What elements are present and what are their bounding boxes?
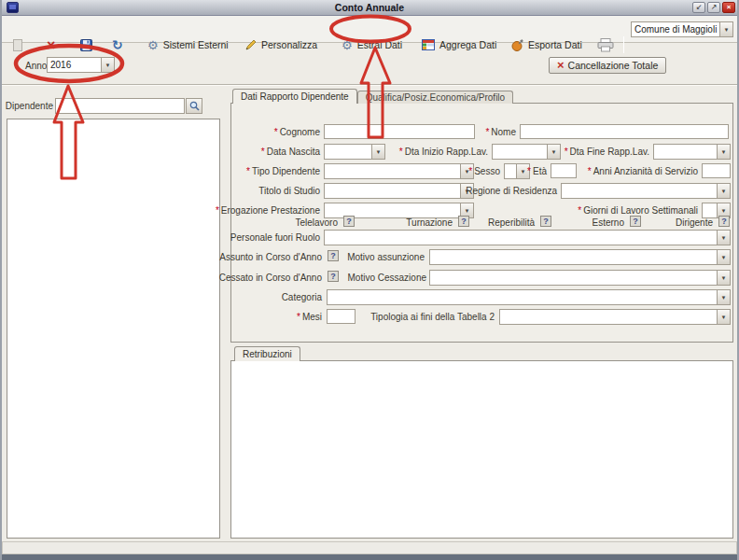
anno-select[interactable]: 2016 ▼ <box>47 57 115 73</box>
chevron-down-icon: ▼ <box>465 208 470 214</box>
dipendente-list[interactable] <box>7 119 220 539</box>
tipo-dipendente-select[interactable]: ▼ <box>324 163 474 179</box>
esterno-label: Esterno <box>593 217 624 228</box>
titolo-studio-select[interactable]: ▼ <box>324 183 474 199</box>
office-select-arrow-button[interactable]: ▼ <box>719 22 732 36</box>
personale-fuori-ruolo-label: Personale fuori Ruolo <box>230 232 320 243</box>
nome-input[interactable] <box>520 124 729 139</box>
chevron-down-icon: ▼ <box>721 149 727 155</box>
esporta-dati-label: Esporta Dati <box>528 39 582 50</box>
motivo-cessazione-select[interactable]: ▼ <box>429 270 731 286</box>
refresh-icon: ↻ <box>112 38 123 51</box>
esporta-dati-button[interactable]: Esporta Dati <box>511 35 582 54</box>
estrai-dati-button[interactable]: ⚙ Estrai Dati <box>342 35 402 54</box>
window-title: Conto Annuale <box>0 2 739 13</box>
dirigente-flag[interactable]: ? <box>718 216 730 227</box>
toolbar-separator <box>623 36 624 53</box>
minimize-icon: ↙ <box>696 4 703 11</box>
motivo-assunzione-label: Motivo assunzione <box>347 252 425 262</box>
erogazione-prestazione-label: *Erogazione Prestazione <box>216 205 320 216</box>
chevron-down-icon: ▼ <box>721 275 727 281</box>
tipologia-select[interactable]: ▼ <box>499 309 731 325</box>
print-button[interactable] <box>597 35 614 54</box>
save-floppy-icon <box>80 39 92 51</box>
cessato-flag[interactable]: ? <box>328 271 339 282</box>
tab-qualifica-posiz-economica-profilo[interactable]: Qualifica/Posiz.Economica/Profilo <box>357 91 514 104</box>
pencil-icon <box>244 39 257 51</box>
tipologia-label: Tipologia ai fini della Tabella 2 <box>370 312 495 322</box>
motivo-assunzione-select[interactable]: ▼ <box>429 249 731 265</box>
mesi-input[interactable] <box>327 309 356 324</box>
sistemi-esterni-label: Sistemi Esterni <box>163 39 229 50</box>
maximize-button[interactable]: ↗ <box>707 2 720 13</box>
refresh-button[interactable]: ↻ <box>112 35 123 54</box>
new-document-icon <box>13 39 22 51</box>
window-left-edge <box>0 0 2 560</box>
telelavoro-flag[interactable]: ? <box>343 216 355 227</box>
dipendente-input[interactable] <box>55 98 185 114</box>
window-bottom-edge <box>0 554 739 560</box>
eta-input[interactable] <box>551 163 577 178</box>
cognome-input[interactable] <box>324 124 475 139</box>
delete-button[interactable]: × <box>47 35 55 54</box>
dta-inizio-select[interactable]: ▼ <box>492 144 561 160</box>
assunto-label: Assunto in Corso d'Anno <box>219 252 322 262</box>
aggrega-dati-button[interactable]: Aggrega Dati <box>422 35 496 54</box>
retribuzioni-panel[interactable] <box>230 360 733 539</box>
sesso-label: *Sesso <box>468 166 500 176</box>
cancellazione-totale-label: Cancellazione Totale <box>568 60 659 71</box>
chevron-down-icon: ▼ <box>105 63 111 68</box>
personalizza-button[interactable]: Personalizza <box>244 35 317 54</box>
minimize-button[interactable]: ↙ <box>692 2 705 13</box>
anno-select-arrow-button[interactable]: ▼ <box>101 58 114 72</box>
delete-x-icon: × <box>47 39 55 51</box>
data-nascita-select[interactable]: ▼ <box>324 144 385 160</box>
eta-label: *Età <box>527 166 547 176</box>
window-controls: ↙ ↗ × <box>692 2 735 13</box>
chevron-down-icon: ▼ <box>721 235 727 241</box>
reperibilita-flag[interactable]: ? <box>540 216 551 227</box>
tab-dati-rapporto-dipendente[interactable]: Dati Rapporto Dipendente <box>232 89 357 104</box>
table-grid-icon <box>422 39 435 50</box>
cancellazione-totale-button[interactable]: × Cancellazione Totale <box>549 57 666 74</box>
chevron-down-icon: ▼ <box>721 208 727 214</box>
tipo-dipendente-label: *Tipo Dipendente <box>246 166 320 176</box>
esterno-flag[interactable]: ? <box>630 216 641 227</box>
chevron-down-icon: ▼ <box>724 27 730 33</box>
assunto-flag[interactable]: ? <box>328 250 339 261</box>
turnazione-label: Turnazione <box>406 217 453 228</box>
office-select-value: Comune di Maggioli <box>632 22 719 36</box>
office-select[interactable]: Comune di Maggioli ▼ <box>631 21 733 37</box>
regione-residenza-select[interactable]: ▼ <box>561 183 731 199</box>
tab-retribuzioni[interactable]: Retribuzioni <box>234 346 300 361</box>
export-icon <box>511 39 523 51</box>
turnazione-flag[interactable]: ? <box>458 216 469 227</box>
sistemi-esterni-button[interactable]: ⚙ Sistemi Esterni <box>147 35 229 54</box>
chevron-down-icon: ▼ <box>521 169 526 175</box>
new-button[interactable] <box>13 35 22 54</box>
categoria-select[interactable]: ▼ <box>327 289 731 305</box>
personale-fuori-ruolo-select[interactable]: ▼ <box>324 230 731 245</box>
dta-fine-select[interactable]: ▼ <box>653 144 731 160</box>
dipendente-search-button[interactable] <box>186 98 202 114</box>
nome-label: *Nome <box>485 127 516 137</box>
search-icon <box>189 101 200 111</box>
dipendente-label: Dipendente <box>6 101 53 111</box>
save-button[interactable] <box>80 35 92 54</box>
status-bar <box>2 541 737 554</box>
anni-anzianita-input[interactable] <box>702 163 731 178</box>
close-button[interactable]: × <box>722 2 735 13</box>
dta-inizio-label: *Dta Inizio Rapp.Lav. <box>399 147 488 157</box>
chevron-down-icon: ▼ <box>721 255 727 260</box>
gears-icon: ⚙ <box>342 39 353 51</box>
titlebar: Conto Annuale ↙ ↗ × <box>0 0 739 16</box>
telelavoro-label: Telelavoro <box>295 217 338 228</box>
sesso-select[interactable]: ▼ <box>504 163 530 179</box>
dirigente-label: Dirigente <box>676 217 713 228</box>
anno-label: Anno <box>25 61 47 71</box>
conto-annuale-window: Conto Annuale ↙ ↗ × × ↻ ⚙ Sistemi Estern… <box>0 0 739 560</box>
horizontal-divider <box>0 84 739 86</box>
maximize-icon: ↗ <box>711 4 718 11</box>
retribuzioni-tabstrip: Retribuzioni <box>234 346 300 361</box>
red-x-icon: × <box>557 61 565 70</box>
